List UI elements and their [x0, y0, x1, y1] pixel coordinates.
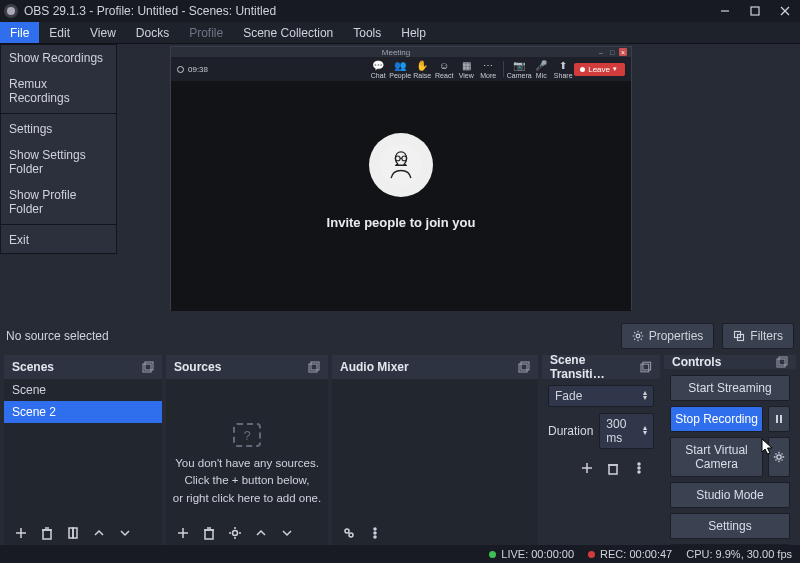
react-button: ☺React [433, 60, 455, 79]
live-status: LIVE: 00:00:00 [489, 548, 574, 560]
no-source-label: No source selected [6, 329, 109, 343]
menu-scene-collection[interactable]: Scene Collection [233, 22, 343, 43]
move-source-up-button[interactable] [252, 524, 270, 542]
menu-separator [1, 224, 116, 225]
svg-rect-36 [641, 364, 649, 372]
menu-help[interactable]: Help [391, 22, 436, 43]
sources-empty-state: You don't have any sources. Click the + … [166, 423, 328, 507]
leave-button: Leave ▾ [574, 63, 625, 76]
popout-icon[interactable] [142, 361, 154, 373]
transition-value: Fade [555, 389, 582, 403]
svg-point-28 [233, 531, 238, 536]
chevron-down-icon: ▾ [613, 65, 617, 73]
menu-show-profile-folder[interactable]: Show Profile Folder [1, 182, 116, 222]
source-properties-button[interactable] [226, 524, 244, 542]
menu-remux-recordings[interactable]: Remux Recordings [1, 71, 116, 111]
leave-label: Leave [588, 65, 610, 74]
close-button[interactable] [770, 0, 800, 22]
svg-rect-2 [751, 7, 759, 15]
chat-button: 💬Chat [367, 60, 389, 79]
advanced-audio-button[interactable] [340, 524, 358, 542]
transition-select[interactable]: Fade ▴▾ [548, 385, 654, 407]
recording-status: REC: 00:00:47 [588, 548, 672, 560]
preview-area: Meeting – □ × 09:38 💬Chat 👥People ✋Raise… [117, 44, 800, 319]
audio-mixer-dock: Audio Mixer [332, 355, 538, 545]
controls-header[interactable]: Controls [664, 355, 796, 369]
svg-rect-30 [521, 362, 529, 370]
menu-view[interactable]: View [80, 22, 126, 43]
studio-mode-button[interactable]: Studio Mode [670, 482, 790, 508]
properties-button[interactable]: Properties [621, 323, 715, 349]
move-scene-up-button[interactable] [90, 524, 108, 542]
duration-spinner[interactable]: 300 ms ▴▾ [599, 413, 654, 449]
empty-image-icon [233, 423, 261, 447]
menu-tools[interactable]: Tools [343, 22, 391, 43]
menu-docks[interactable]: Docks [126, 22, 179, 43]
remove-scene-button[interactable] [38, 524, 56, 542]
remove-transition-button[interactable] [604, 459, 622, 477]
recording-indicator-icon [588, 551, 595, 558]
duration-value: 300 ms [606, 417, 643, 445]
properties-label: Properties [649, 329, 704, 343]
scene-item[interactable]: Scene [4, 379, 162, 401]
file-dropdown: Show Recordings Remux Recordings Setting… [0, 44, 117, 254]
maximize-button[interactable] [740, 0, 770, 22]
menu-file[interactable]: File [0, 22, 39, 43]
svg-rect-40 [609, 465, 617, 474]
camera-button: 📷Camera [508, 60, 530, 79]
mixer-header[interactable]: Audio Mixer [332, 355, 538, 379]
start-streaming-button[interactable]: Start Streaming [670, 375, 790, 401]
scene-item-selected[interactable]: Scene 2 [4, 401, 162, 423]
add-transition-button[interactable] [578, 459, 596, 477]
menu-settings[interactable]: Settings [1, 116, 116, 142]
add-source-button[interactable] [174, 524, 192, 542]
svg-point-43 [638, 467, 640, 469]
sources-header[interactable]: Sources [166, 355, 328, 379]
sources-dock: Sources You don't have any sources. Clic… [166, 355, 328, 545]
transitions-header[interactable]: Scene Transiti… [542, 355, 660, 379]
pause-recording-button[interactable] [768, 406, 790, 432]
remove-source-button[interactable] [200, 524, 218, 542]
svg-rect-29 [519, 364, 527, 372]
stop-recording-button[interactable]: Stop Recording [670, 406, 763, 432]
menubar: File Edit View Docks Profile Scene Colle… [0, 22, 800, 44]
menu-show-settings-folder[interactable]: Show Settings Folder [1, 142, 116, 182]
menu-profile[interactable]: Profile [179, 22, 233, 43]
captured-close-icon: × [619, 48, 627, 56]
popout-icon[interactable] [776, 356, 788, 368]
popout-icon[interactable] [640, 361, 652, 373]
svg-rect-16 [43, 530, 51, 539]
move-scene-down-button[interactable] [116, 524, 134, 542]
mixer-menu-button[interactable] [366, 524, 384, 542]
controls-dock: Controls Start Streaming Stop Recording … [664, 355, 796, 545]
mixer-toolbar [332, 521, 538, 545]
meeting-body: Invite people to join you [171, 81, 631, 311]
scenes-header[interactable]: Scenes [4, 355, 162, 379]
sources-list[interactable]: You don't have any sources. Click the + … [166, 379, 328, 521]
settings-button[interactable]: Settings [670, 513, 790, 539]
move-source-down-button[interactable] [278, 524, 296, 542]
svg-rect-46 [779, 357, 787, 365]
svg-point-42 [638, 463, 640, 465]
popout-icon[interactable] [308, 361, 320, 373]
menu-show-recordings[interactable]: Show Recordings [1, 45, 116, 71]
menu-separator [1, 113, 116, 114]
menu-edit[interactable]: Edit [39, 22, 80, 43]
sources-title: Sources [174, 360, 221, 374]
preview-video[interactable]: Meeting – □ × 09:38 💬Chat 👥People ✋Raise… [170, 46, 632, 310]
minimize-button[interactable] [710, 0, 740, 22]
svg-point-44 [638, 471, 640, 473]
chevron-updown-icon: ▴▾ [643, 426, 647, 436]
filters-button[interactable]: Filters [722, 323, 794, 349]
sources-toolbar [166, 521, 328, 545]
start-virtual-camera-button[interactable]: Start Virtual Camera [670, 437, 763, 477]
scenes-list[interactable]: Scene Scene 2 [4, 379, 162, 521]
menu-exit[interactable]: Exit [1, 227, 116, 253]
people-button: 👥People [389, 60, 411, 79]
scene-filter-button[interactable] [64, 524, 82, 542]
popout-icon[interactable] [518, 361, 530, 373]
meeting-time-text: 09:38 [188, 65, 208, 74]
add-scene-button[interactable] [12, 524, 30, 542]
clock-icon [177, 66, 184, 73]
transition-menu-button[interactable] [630, 459, 648, 477]
